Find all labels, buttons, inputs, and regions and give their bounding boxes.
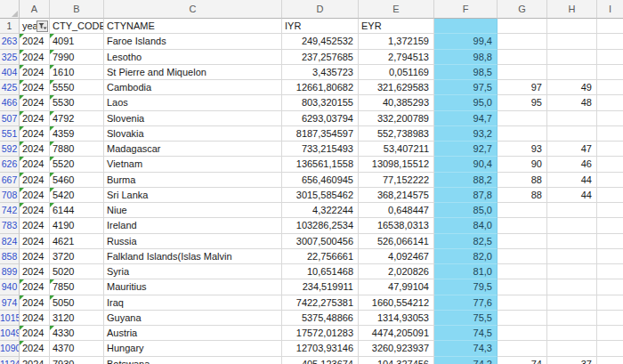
cell-H-626[interactable]: 46 bbox=[547, 157, 597, 172]
cell-B-742[interactable]: 6144 bbox=[50, 203, 104, 218]
cell-C-263[interactable]: Faroe Islands bbox=[104, 34, 282, 49]
cell-B-899[interactable]: 5020 bbox=[50, 264, 104, 279]
cell-A-742[interactable]: 2024 bbox=[20, 203, 50, 218]
cell-A-263[interactable]: 2024 bbox=[20, 34, 50, 49]
row-header-626[interactable]: 626 bbox=[0, 157, 20, 172]
cell-H-974[interactable] bbox=[547, 295, 597, 311]
cell-H-263[interactable] bbox=[547, 34, 597, 49]
cell-C-974[interactable]: Iraq bbox=[104, 295, 282, 311]
cell-C-626[interactable]: Vietnam bbox=[104, 157, 282, 172]
cell-A-1124[interactable]: 2024 bbox=[20, 357, 50, 364]
row-header-1049[interactable]: 1049 bbox=[0, 326, 20, 341]
cell-F-592[interactable]: 92,7 bbox=[434, 142, 498, 157]
cell-G-940[interactable] bbox=[498, 279, 547, 295]
row-header-940[interactable]: 940 bbox=[0, 279, 20, 295]
cell-E-466[interactable]: 40,385293 bbox=[359, 95, 434, 110]
cell-G-824[interactable] bbox=[498, 234, 547, 249]
cell-D-1[interactable]: IYR bbox=[282, 19, 359, 34]
cell-I-1090[interactable] bbox=[597, 341, 623, 356]
cell-D-1124[interactable]: 405,123674 bbox=[282, 357, 359, 364]
cell-E-1049[interactable]: 4474,205091 bbox=[359, 326, 434, 341]
cell-A-466[interactable]: 2024 bbox=[20, 95, 50, 110]
cell-G-507[interactable] bbox=[498, 111, 547, 126]
cell-F-1049[interactable]: 74,5 bbox=[434, 326, 498, 341]
cell-I-1124[interactable] bbox=[597, 357, 623, 364]
cell-G-592[interactable]: 93 bbox=[498, 142, 547, 157]
cell-H-1124[interactable]: 37 bbox=[547, 357, 597, 364]
cell-B-824[interactable]: 4621 bbox=[50, 234, 104, 249]
cell-F-325[interactable]: 98,8 bbox=[434, 50, 498, 65]
cell-E-626[interactable]: 13098,15512 bbox=[359, 157, 434, 172]
cell-B-551[interactable]: 4359 bbox=[50, 126, 104, 142]
cell-H-551[interactable] bbox=[547, 126, 597, 142]
cell-B-940[interactable]: 7850 bbox=[50, 279, 104, 295]
cell-D-425[interactable]: 12661,80682 bbox=[282, 80, 359, 95]
cell-E-1[interactable]: EYR bbox=[359, 19, 434, 34]
filter-dropdown-button[interactable] bbox=[36, 20, 48, 32]
cell-F-404[interactable]: 98,5 bbox=[434, 65, 498, 80]
cell-A-1049[interactable]: 2024 bbox=[20, 326, 50, 341]
cell-C-551[interactable]: Slovakia bbox=[104, 126, 282, 142]
cell-C-858[interactable]: Falkland Islands(Islas Malvin bbox=[104, 249, 282, 264]
cell-I-466[interactable] bbox=[597, 95, 623, 110]
cell-C-1090[interactable]: Hungary bbox=[104, 341, 282, 356]
cell-B-1[interactable]: CTY_CODE bbox=[50, 19, 104, 34]
cell-D-551[interactable]: 8187,354597 bbox=[282, 126, 359, 142]
cell-A-858[interactable]: 2024 bbox=[20, 249, 50, 264]
cell-A-940[interactable]: 2024 bbox=[20, 279, 50, 295]
cell-H-940[interactable] bbox=[547, 279, 597, 295]
cell-I-667[interactable] bbox=[597, 173, 623, 188]
cell-F-1124[interactable]: 74,2 bbox=[434, 357, 498, 364]
column-header-B[interactable]: B bbox=[50, 0, 104, 19]
row-header-263[interactable]: 263 bbox=[0, 34, 20, 49]
column-header-A[interactable]: A bbox=[20, 0, 50, 19]
cell-D-466[interactable]: 803,320155 bbox=[282, 95, 359, 110]
cell-A-1[interactable]: yea bbox=[20, 19, 50, 34]
cell-G-1049[interactable] bbox=[498, 326, 547, 341]
cell-I-325[interactable] bbox=[597, 50, 623, 65]
row-header-466[interactable]: 466 bbox=[0, 95, 20, 110]
cell-C-1049[interactable]: Austria bbox=[104, 326, 282, 341]
cell-G-1015[interactable] bbox=[498, 311, 547, 326]
cell-C-1015[interactable]: Guyana bbox=[104, 311, 282, 326]
cell-A-626[interactable]: 2024 bbox=[20, 157, 50, 172]
cell-C-507[interactable]: Slovenia bbox=[104, 111, 282, 126]
cell-D-783[interactable]: 103286,2534 bbox=[282, 218, 359, 233]
cell-A-1015[interactable]: 2024 bbox=[20, 311, 50, 326]
cell-F-551[interactable]: 93,2 bbox=[434, 126, 498, 142]
cell-E-899[interactable]: 2,020826 bbox=[359, 264, 434, 279]
row-header-742[interactable]: 742 bbox=[0, 203, 20, 218]
cell-D-742[interactable]: 4,322244 bbox=[282, 203, 359, 218]
cell-D-667[interactable]: 656,460945 bbox=[282, 173, 359, 188]
cell-G-551[interactable] bbox=[498, 126, 547, 142]
cell-C-1124[interactable]: Botswana bbox=[104, 357, 282, 364]
cell-A-824[interactable]: 2024 bbox=[20, 234, 50, 249]
cell-A-425[interactable]: 2024 bbox=[20, 80, 50, 95]
cell-E-425[interactable]: 321,629583 bbox=[359, 80, 434, 95]
row-header-551[interactable]: 551 bbox=[0, 126, 20, 142]
cell-G-1124[interactable]: 74 bbox=[498, 357, 547, 364]
row-header-592[interactable]: 592 bbox=[0, 142, 20, 157]
cell-H-1015[interactable] bbox=[547, 311, 597, 326]
cell-I-1[interactable] bbox=[597, 19, 623, 34]
cell-G-263[interactable] bbox=[498, 34, 547, 49]
cell-H-667[interactable]: 44 bbox=[547, 173, 597, 188]
cell-F-425[interactable]: 97,5 bbox=[434, 80, 498, 95]
cell-B-626[interactable]: 5520 bbox=[50, 157, 104, 172]
cell-I-899[interactable] bbox=[597, 264, 623, 279]
cell-G-1090[interactable] bbox=[498, 341, 547, 356]
column-header-H[interactable]: H bbox=[547, 0, 597, 19]
cell-G-404[interactable] bbox=[498, 65, 547, 80]
cell-I-940[interactable] bbox=[597, 279, 623, 295]
cell-F-1015[interactable]: 75,5 bbox=[434, 311, 498, 326]
cell-F-1090[interactable]: 74,3 bbox=[434, 341, 498, 356]
cell-E-404[interactable]: 0,051169 bbox=[359, 65, 434, 80]
cell-D-404[interactable]: 3,435723 bbox=[282, 65, 359, 80]
cell-E-1015[interactable]: 1314,93053 bbox=[359, 311, 434, 326]
cell-H-425[interactable]: 49 bbox=[547, 80, 597, 95]
cell-H-325[interactable] bbox=[547, 50, 597, 65]
cell-A-551[interactable]: 2024 bbox=[20, 126, 50, 142]
cell-A-667[interactable]: 2024 bbox=[20, 173, 50, 188]
cell-B-974[interactable]: 5050 bbox=[50, 295, 104, 311]
cell-D-507[interactable]: 6293,03794 bbox=[282, 111, 359, 126]
